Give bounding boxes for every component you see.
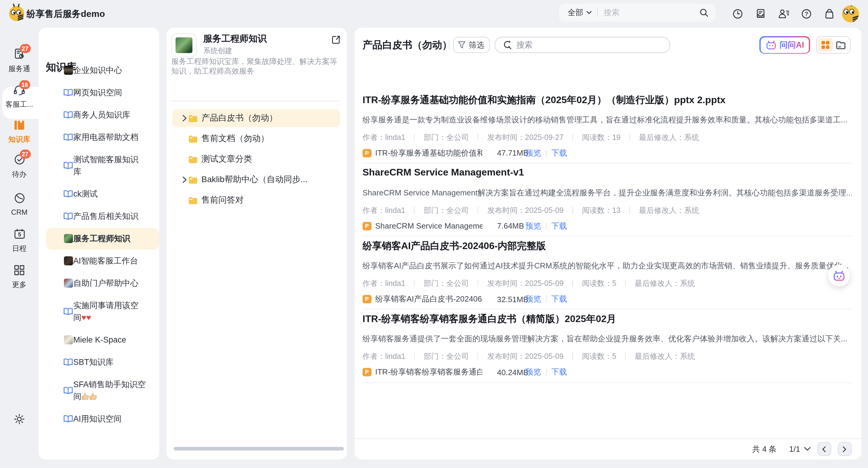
download-link[interactable]: 下载 — [551, 367, 567, 378]
badge: 27 — [20, 44, 30, 53]
external-link-icon[interactable] — [332, 36, 340, 44]
kb-list-item[interactable]: 网页知识空间 — [46, 82, 159, 103]
contacts-icon[interactable] — [772, 8, 795, 19]
folder-view-button[interactable] — [833, 38, 849, 52]
rail-item-kb[interactable]: 知识库 — [0, 120, 39, 145]
rail-item-label: 知识库 — [0, 134, 39, 145]
rail-item-headset[interactable]: 16 客服工... — [0, 85, 39, 110]
tree-node[interactable]: 产品白皮书（勿动） — [173, 109, 340, 127]
prev-page-button[interactable] — [817, 442, 831, 456]
kb-list-item[interactable]: 产品售后相关知识 — [46, 205, 159, 227]
ppt-file-icon: P — [363, 368, 371, 377]
rail-item-todo[interactable]: 27 待办 — [0, 154, 39, 180]
attachment-name[interactable]: ShareCRM Service Manageme... — [375, 222, 483, 231]
tree-node[interactable]: 售前文档（勿动） — [173, 130, 340, 148]
document-description: ShareCRM Service Management解决方案旨在通过构建全流程… — [363, 188, 852, 198]
page-size-chevron-icon[interactable] — [804, 447, 810, 451]
rail-item-crm[interactable]: CRM — [0, 192, 39, 217]
kb-list-item[interactable]: SBT知识库 — [46, 351, 159, 373]
kb-item-label: SBT知识库 — [73, 356, 146, 368]
tree-node[interactable]: 售前问答对 — [173, 191, 340, 209]
kb-list-item[interactable]: 实施同事请用该空间♥♥ — [46, 294, 159, 329]
kb-list-item[interactable]: ck测试 — [46, 183, 159, 205]
kb-item-label: SFA销售助手知识空间 — [73, 378, 146, 403]
kb-list-item[interactable]: 服务工程师知识 — [46, 228, 159, 249]
document-description: 纷享销客服务通提供了一套全面的现场服务管理解决方案，旨在帮助企业提升服务效率、优… — [363, 334, 852, 345]
document-search-input[interactable]: 搜索 — [495, 37, 670, 53]
ask-ai-button[interactable]: 问问AI — [760, 36, 810, 54]
ai-assistant-fab[interactable] — [828, 265, 849, 286]
preview-link[interactable]: 预览 — [525, 148, 541, 158]
attachment-name[interactable]: 纷享销客AI产品白皮书-202406-... — [375, 294, 483, 305]
document-attachment: P ShareCRM Service Manageme... 7.64MB 预览… — [363, 221, 567, 231]
document-title[interactable]: ITR-纷享服务通基础功能价值和实施指南（2025年02月）（制造行业版）ppt… — [363, 94, 726, 106]
preview-link[interactable]: 预览 — [525, 294, 541, 305]
attachment-size: 7.64MB — [497, 222, 525, 231]
rail-item-label: 待办 — [0, 169, 39, 180]
attachment-name[interactable]: ITR-纷享销客纷享销客服务通白... — [375, 367, 483, 378]
global-search[interactable]: 全部 搜索 — [559, 4, 715, 22]
kb-item-icon — [63, 132, 73, 142]
kb-list-item[interactable]: 家用电器帮助文档 — [46, 126, 159, 148]
user-avatar[interactable] — [842, 5, 859, 22]
folder-icon — [188, 155, 198, 163]
kb-item-label: 实施同事请用该空间♥♥ — [73, 300, 146, 323]
store-bag-icon[interactable] — [818, 8, 841, 19]
kb-item-label: 服务工程师知识 — [73, 232, 146, 245]
document-title[interactable]: ITR-纷享销客纷享销客服务通白皮书（精简版）2025年02月 — [363, 313, 616, 326]
chevron-right-icon — [182, 115, 187, 122]
tree-node-label: 测试文章分类 — [202, 154, 252, 165]
rail-item-service[interactable]: 27 服务通 — [0, 48, 39, 74]
tree-node[interactable]: 测试文章分类 — [173, 150, 340, 168]
download-link[interactable]: 下载 — [551, 294, 567, 305]
rail-item-label: 客服工... — [0, 99, 39, 110]
search-icon[interactable] — [699, 8, 709, 18]
message-icon[interactable] — [749, 8, 772, 19]
kb-item-icon — [63, 386, 73, 395]
preview-link[interactable]: 预览 — [525, 221, 541, 231]
folder-icon — [188, 135, 198, 143]
pagination-bar: 共 4 条 1/1 — [354, 438, 861, 460]
kb-item-icon — [63, 234, 73, 243]
category-heading: 产品白皮书（勿动） — [363, 36, 452, 54]
kb-list-item[interactable]: AI智能客服工作台 — [46, 250, 159, 272]
help-icon[interactable]: ? — [795, 8, 818, 19]
history-icon[interactable] — [726, 8, 749, 19]
view-toggle — [816, 36, 850, 54]
next-page-button[interactable] — [838, 442, 851, 456]
kb-list-item[interactable]: AI用知识空间 — [46, 408, 159, 430]
kb-list-item[interactable]: 企业知识中心 — [46, 59, 159, 81]
knowledge-base-panel: 知识库 企业知识中心 网页知识空间 商务人员知识库 家用电器帮助文档 测试智能客… — [39, 28, 159, 460]
document-item: ShareCRM Service Management-v1 ShareCRM … — [363, 163, 852, 237]
kb-item-icon — [63, 307, 73, 316]
kb-list-item[interactable]: 自助门户帮助中心 — [46, 272, 159, 294]
rail-item-more[interactable]: 更多 — [0, 265, 39, 290]
tree-node[interactable]: Baklib帮助中心（自动同步... — [173, 171, 340, 189]
chevron-right-icon — [182, 176, 187, 183]
kb-list-item[interactable]: 测试智能客服知识库 — [46, 149, 159, 182]
horizontal-scrollbar[interactable] — [174, 447, 344, 450]
preview-link[interactable]: 预览 — [525, 367, 541, 378]
kb-subtitle: 系统创建 — [203, 46, 232, 56]
page-indicator[interactable]: 1/1 — [789, 445, 800, 454]
settings-gear-icon[interactable] — [14, 414, 25, 425]
attachment-name[interactable]: ITR-纷享服务通基础功能价值和... — [375, 148, 483, 158]
rail-item-calendar[interactable]: 5 日程 — [0, 228, 39, 254]
kb-item-label: Miele K-Space — [73, 334, 146, 346]
grid-view-button[interactable] — [818, 38, 833, 52]
kb-list-item[interactable]: Miele K-Space — [46, 329, 159, 351]
kb-list-item[interactable]: SFA销售助手知识空间 — [46, 374, 159, 407]
document-title[interactable]: 纷享销客AI产品白皮书-202406-内部完整版 — [363, 240, 546, 253]
kb-item-icon — [63, 65, 73, 75]
app-title: 纷享售后服务demo — [27, 0, 105, 28]
filter-button[interactable]: 筛选 — [453, 37, 490, 53]
document-title[interactable]: ShareCRM Service Management-v1 — [363, 167, 524, 178]
ppt-file-icon: P — [363, 295, 371, 303]
search-scope-select[interactable]: 全部 — [568, 7, 583, 18]
rail-item-label: 更多 — [0, 280, 39, 290]
kb-list-item[interactable]: 商务人员知识库 — [46, 104, 159, 126]
kb-item-label: 家用电器帮助文档 — [73, 131, 146, 143]
download-link[interactable]: 下载 — [551, 148, 567, 158]
folder-icon — [188, 114, 198, 122]
download-link[interactable]: 下载 — [551, 221, 567, 231]
